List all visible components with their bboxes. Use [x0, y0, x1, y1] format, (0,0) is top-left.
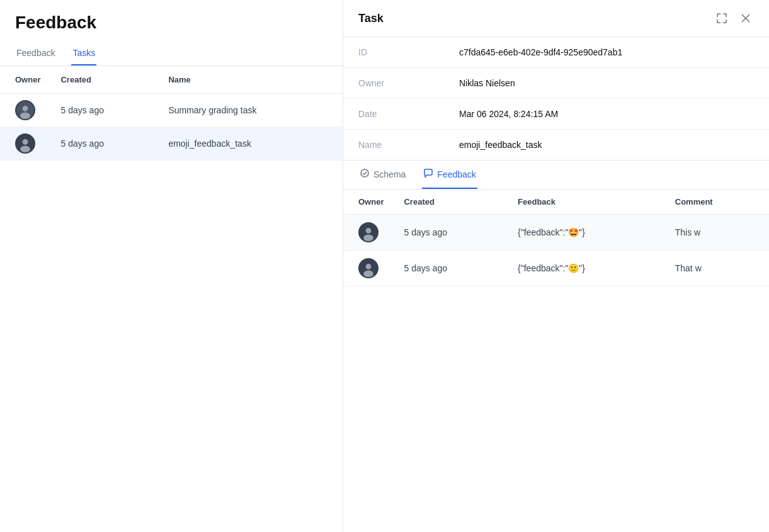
- col-owner-header: Owner: [0, 66, 50, 94]
- owner-cell: [0, 127, 50, 161]
- tabs: Feedback Tasks: [15, 43, 328, 65]
- sub-tab-feedback[interactable]: Feedback: [422, 161, 477, 189]
- check-circle-icon: [360, 168, 370, 180]
- detail-label-date: Date: [358, 109, 459, 119]
- right-panel-header: Task: [343, 0, 769, 37]
- sub-tab-feedback-label: Feedback: [437, 169, 476, 179]
- fb-feedback-cell: {"feedback":"🤩"}: [508, 215, 665, 251]
- list-item[interactable]: 5 days ago {"feedback":"🙂"} That w: [343, 251, 769, 286]
- left-header: Feedback Feedback Tasks: [0, 0, 343, 66]
- detail-label-id: ID: [358, 47, 459, 57]
- fb-created-cell: 5 days ago: [394, 251, 508, 286]
- fb-col-feedback-header: Feedback: [508, 190, 665, 215]
- detail-value-id: c7fda645-e6eb-402e-9df4-925e90ed7ab1: [459, 47, 754, 57]
- tasks-table-area: Owner Created Name: [0, 66, 343, 532]
- close-button[interactable]: [738, 10, 754, 26]
- fb-col-owner-header: Owner: [343, 190, 394, 215]
- detail-row-name: Name emoji_feedback_task: [343, 130, 769, 160]
- detail-value-date: Mar 06 2024, 8:24:15 AM: [459, 109, 754, 119]
- fb-col-created-header: Created: [394, 190, 508, 215]
- name-cell: Summary grading task: [158, 94, 343, 127]
- task-panel-title: Task: [358, 12, 384, 25]
- tab-feedback[interactable]: Feedback: [15, 43, 56, 65]
- detail-label-name: Name: [358, 140, 459, 150]
- tab-tasks[interactable]: Tasks: [71, 43, 96, 65]
- avatar: [15, 133, 35, 154]
- fb-feedback-cell: {"feedback":"🙂"}: [508, 251, 665, 286]
- chat-icon: [423, 168, 433, 180]
- svg-point-2: [20, 113, 30, 120]
- sub-tabs: Schema Feedback: [343, 161, 769, 190]
- feedback-table-area: Owner Created Feedback Comment: [343, 190, 769, 532]
- avatar: [15, 100, 35, 120]
- fb-comment-cell: This w: [665, 215, 769, 251]
- header-actions: [714, 10, 754, 26]
- page-title: Feedback: [15, 13, 328, 33]
- owner-cell: [0, 94, 50, 127]
- fb-owner-cell: [343, 215, 394, 251]
- detail-value-name: emoji_feedback_task: [459, 140, 754, 150]
- fb-owner-cell: [343, 251, 394, 286]
- svg-point-1: [23, 106, 28, 111]
- list-item[interactable]: 5 days ago {"feedback":"🤩"} This w: [343, 215, 769, 251]
- detail-value-owner: Niklas Nielsen: [459, 78, 754, 88]
- svg-point-11: [363, 235, 373, 242]
- svg-point-4: [23, 139, 28, 145]
- fb-comment-cell: That w: [665, 251, 769, 286]
- expand-button[interactable]: [714, 10, 730, 26]
- feedback-value: {"feedback":"🙂"}: [518, 263, 585, 273]
- sub-tab-schema[interactable]: Schema: [358, 161, 407, 189]
- col-created-header: Created: [50, 66, 158, 94]
- detail-row-id: ID c7fda645-e6eb-402e-9df4-925e90ed7ab1: [343, 37, 769, 68]
- feedback-value: {"feedback":"🤩"}: [518, 227, 585, 237]
- left-panel: Feedback Feedback Tasks Owner Created Na…: [0, 0, 343, 532]
- svg-point-5: [20, 146, 30, 153]
- detail-row-date: Date Mar 06 2024, 8:24:15 AM: [343, 99, 769, 130]
- avatar: [358, 222, 379, 242]
- table-row[interactable]: 5 days ago Summary grading task: [0, 94, 343, 127]
- detail-label-owner: Owner: [358, 78, 459, 88]
- name-cell: emoji_feedback_task: [158, 127, 343, 161]
- svg-point-10: [366, 228, 372, 234]
- feedback-header-row: Owner Created Feedback Comment: [343, 190, 769, 215]
- created-cell: 5 days ago: [50, 94, 158, 127]
- sub-tab-schema-label: Schema: [373, 169, 406, 179]
- right-panel: Task ID c7fda645-e6eb-402e-9df4-925e: [343, 0, 769, 532]
- avatar: [358, 258, 379, 278]
- detail-section: ID c7fda645-e6eb-402e-9df4-925e90ed7ab1 …: [343, 37, 769, 161]
- created-cell: 5 days ago: [50, 127, 158, 161]
- svg-point-14: [363, 271, 373, 278]
- detail-row-owner: Owner Niklas Nielsen: [343, 68, 769, 99]
- fb-col-comment-header: Comment: [665, 190, 769, 215]
- tasks-table: Owner Created Name: [0, 66, 343, 161]
- feedback-table: Owner Created Feedback Comment: [343, 190, 769, 286]
- table-row[interactable]: 5 days ago emoji_feedback_task: [0, 127, 343, 161]
- fb-created-cell: 5 days ago: [394, 215, 508, 251]
- col-name-header: Name: [158, 66, 343, 94]
- svg-point-13: [366, 264, 372, 269]
- tasks-header-row: Owner Created Name: [0, 66, 343, 94]
